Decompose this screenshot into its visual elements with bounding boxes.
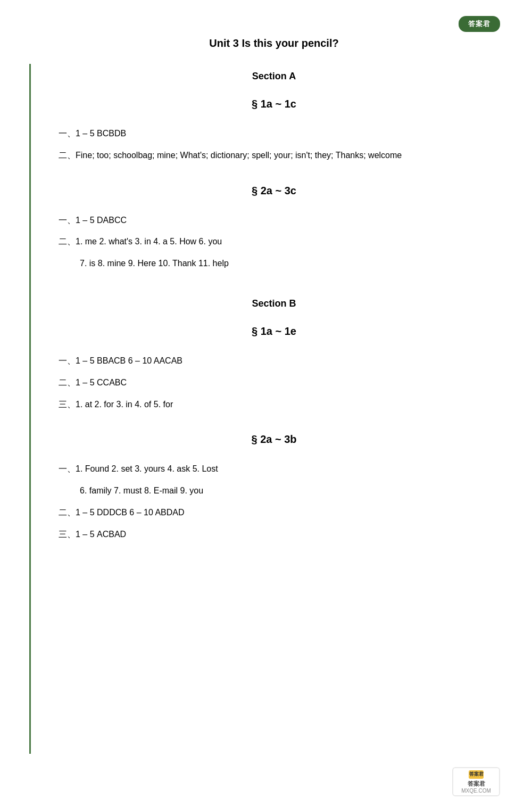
sectionA-sub1-prefix2: 二、 bbox=[59, 151, 76, 160]
section-b-block: Section B § 1a ~ 1e 一、1 – 5 BBACB 6 – 10… bbox=[59, 298, 489, 542]
left-border-decoration bbox=[29, 64, 31, 754]
sub1a1e-title: § 1a ~ 1e bbox=[59, 325, 489, 337]
logo-top-text: 答案君 bbox=[468, 780, 485, 788]
sectionB-sub2-answer1-line1: 一、1. Found 2. set 3. yours 4. ask 5. Los… bbox=[59, 462, 489, 477]
sectionA-sub2-answer2-line2: 7. is 8. mine 9. Here 10. Thank 11. help bbox=[59, 256, 489, 271]
sectionB-sub1-answer1: 一、1 – 5 BBACB 6 – 10 AACAB bbox=[59, 353, 489, 369]
sub2a3b-title: § 2a ~ 3b bbox=[59, 433, 489, 446]
sectionA-sub1-prefix1: 一、 bbox=[59, 129, 76, 138]
section-a-label: Section A bbox=[59, 71, 489, 82]
sectionB-sub2-prefix2: 二、 bbox=[59, 508, 76, 517]
sectionB-sub1-prefix1: 一、 bbox=[59, 356, 76, 365]
sectionA-sub1-answer1: 一、1 – 5 BCBDB bbox=[59, 126, 489, 142]
logo-bottom-text: MXQE.COM bbox=[461, 788, 491, 794]
unit-title: Unit 3 Is this your pencil? bbox=[59, 37, 489, 50]
sectionA-sub1-answer2: 二、Fine; too; schoolbag; mine; What's; di… bbox=[59, 148, 489, 163]
sectionB-sub1-prefix2: 二、 bbox=[59, 378, 76, 387]
top-badge: 答案君 bbox=[459, 16, 500, 32]
page: 答案君 Unit 3 Is this your pencil? Section … bbox=[0, 0, 532, 807]
sectionB-sub1-answer2: 二、1 – 5 CCABC bbox=[59, 375, 489, 391]
section-a-block: Section A § 1a ~ 1c 一、1 – 5 BCBDB 二、Fine… bbox=[59, 71, 489, 271]
sectionB-sub2-prefix3: 三、 bbox=[59, 530, 76, 539]
logo-icon: 答案君 bbox=[469, 770, 484, 779]
sectionB-sub1-answer3: 三、1. at 2. for 3. in 4. of 5. for bbox=[59, 397, 489, 413]
bottom-logo: 答案君 答案君 MXQE.COM bbox=[452, 767, 500, 796]
sub1a1e-block: § 1a ~ 1e 一、1 – 5 BBACB 6 – 10 AACAB 二、1… bbox=[59, 325, 489, 412]
section-b-label: Section B bbox=[59, 298, 489, 309]
sectionB-sub1-prefix3: 三、 bbox=[59, 400, 76, 409]
sectionB-sub2-answer1-line2: 6. family 7. must 8. E-mail 9. you bbox=[59, 483, 489, 499]
sectionA-sub2-answer1: 一、1 – 5 DABCC bbox=[59, 213, 489, 228]
sub2a3c-title: § 2a ~ 3c bbox=[59, 185, 489, 197]
sub2a3b-block: § 2a ~ 3b 一、1. Found 2. set 3. yours 4. … bbox=[59, 433, 489, 542]
sectionB-sub2-answer2: 二、1 – 5 DDDCB 6 – 10 ABDAD bbox=[59, 505, 489, 521]
sectionA-sub2-prefix1: 一、 bbox=[59, 216, 76, 225]
sub1a1c-title: § 1a ~ 1c bbox=[59, 98, 489, 110]
sectionB-sub2-prefix1: 一、 bbox=[59, 464, 76, 473]
sub2a3c-block: § 2a ~ 3c 一、1 – 5 DABCC 二、1. me 2. what'… bbox=[59, 185, 489, 271]
sectionA-sub2-answer2-line1: 二、1. me 2. what's 3. in 4. a 5. How 6. y… bbox=[59, 234, 489, 250]
sub1a1c-block: § 1a ~ 1c 一、1 – 5 BCBDB 二、Fine; too; sch… bbox=[59, 98, 489, 163]
sectionA-sub2-prefix2: 二、 bbox=[59, 237, 76, 246]
sectionB-sub2-answer3: 三、1 – 5 ACBAD bbox=[59, 527, 489, 542]
